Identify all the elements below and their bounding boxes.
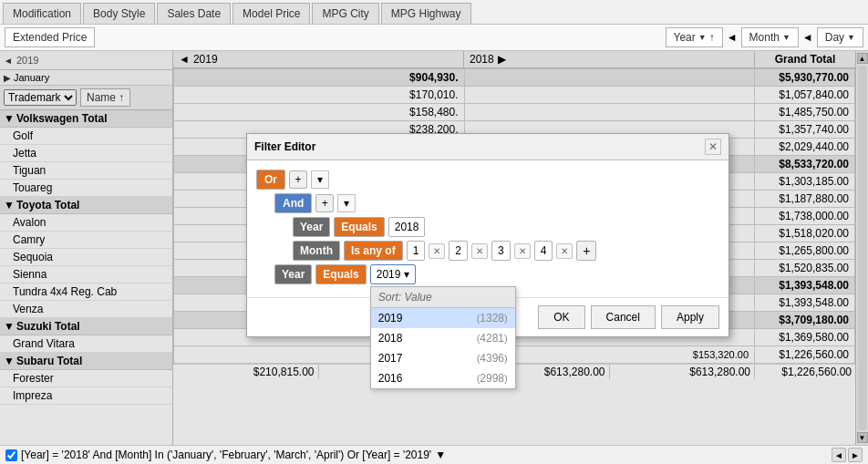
month-val-4: 4 xyxy=(534,241,553,261)
ok-button[interactable]: OK xyxy=(538,305,584,329)
tab-body-style[interactable]: Body Style xyxy=(83,3,155,24)
day-toolbar-btn[interactable]: Day ▼ xyxy=(817,27,863,47)
toolbar-row: Extended Price Year ▼ ↑ ◄ Month ▼ ◄ Day … xyxy=(0,25,868,51)
apply-button[interactable]: Apply xyxy=(661,305,719,329)
or-connector-btn[interactable]: Or xyxy=(256,170,285,190)
month-tag[interactable]: Month xyxy=(293,241,340,261)
year-toolbar-btn[interactable]: Year ▼ ↑ xyxy=(666,27,723,47)
equals-tag-2[interactable]: Equals xyxy=(315,264,366,284)
day-dropdown-arrow: ▼ xyxy=(847,33,855,42)
status-bar: [Year] = '2018' And [Month] In ('January… xyxy=(0,445,868,464)
dropdown-item-2017[interactable]: 2017 (4396) xyxy=(371,348,515,368)
and-group: And + ▾ Year Equals 2018 Month Is any of xyxy=(274,193,719,261)
and-add-btn[interactable]: + xyxy=(315,194,334,212)
and-menu-btn[interactable]: ▾ xyxy=(337,194,356,212)
dropdown-year-2017: 2017 xyxy=(378,352,403,365)
year-value-container: 2019 ▾ Sort: Value 2019 (1328) 2018 xyxy=(370,264,417,284)
content-area: ◄ 2019 ▶ January Trademark Name ↑ xyxy=(0,51,868,445)
dropdown-count-2018: (4281) xyxy=(477,332,508,345)
remove-4-btn[interactable]: ✕ xyxy=(556,243,573,259)
filter-dialog-title: Filter Editor ✕ xyxy=(247,134,728,160)
nav-next-btn[interactable]: ► xyxy=(848,448,863,462)
dropdown-item-2019[interactable]: 2019 (1328) xyxy=(371,308,515,328)
cancel-button[interactable]: Cancel xyxy=(591,305,656,329)
dropdown-year-2019: 2019 xyxy=(378,312,403,325)
dropdown-item-2018[interactable]: 2018 (4281) xyxy=(371,328,515,348)
tab-bar: Modification Body Style Sales Date Model… xyxy=(0,0,868,25)
tab-model-price[interactable]: Model Price xyxy=(232,3,310,24)
year-value-dropdown-btn[interactable]: 2019 ▾ xyxy=(370,264,417,284)
year-label: Year xyxy=(674,31,696,44)
dropdown-chevron: ▾ xyxy=(404,268,409,281)
month-dropdown-arrow: ▼ xyxy=(782,33,790,42)
status-checkbox[interactable] xyxy=(5,449,17,461)
dropdown-year-2018: 2018 xyxy=(378,332,403,345)
tab-mpg-highway[interactable]: MPG Highway xyxy=(381,3,471,24)
remove-2-btn[interactable]: ✕ xyxy=(471,243,488,259)
month-add-value-btn[interactable]: + xyxy=(576,241,596,261)
dropdown-count-2019: (1328) xyxy=(477,312,508,325)
dropdown-sort-header: Sort: Value xyxy=(371,287,515,308)
value-2018: 2018 xyxy=(388,217,426,237)
filter-dialog-close-btn[interactable]: ✕ xyxy=(705,139,721,155)
or-row: Or + ▾ xyxy=(256,170,719,190)
status-left: [Year] = '2018' And [Month] In ('January… xyxy=(5,449,446,461)
or-menu-btn[interactable]: ▾ xyxy=(311,170,329,189)
main-container: Modification Body Style Sales Date Model… xyxy=(0,0,868,464)
tab-mpg-city[interactable]: MPG City xyxy=(312,3,378,24)
tab-sales-date[interactable]: Sales Date xyxy=(157,3,231,24)
dropdown-year-2016: 2016 xyxy=(378,372,403,385)
month-val-2: 2 xyxy=(449,241,468,261)
remove-1-btn[interactable]: ✕ xyxy=(429,243,445,259)
filter-dialog: Filter Editor ✕ Or + ▾ And + ▾ xyxy=(246,133,729,337)
year-equals-2019-row: Year Equals 2019 ▾ Sort: Value 2019 (1 xyxy=(274,264,719,284)
nav-prev-btn[interactable]: ◄ xyxy=(832,448,846,462)
filter-dialog-body: Or + ▾ And + ▾ Year Equals 2018 xyxy=(247,160,728,297)
dropdown-count-2017: (4396) xyxy=(477,352,508,365)
equals-tag-1[interactable]: Equals xyxy=(334,217,384,237)
year-equals-2018-row: Year Equals 2018 xyxy=(293,217,719,237)
remove-3-btn[interactable]: ✕ xyxy=(514,243,531,259)
nav-buttons: ◄ ► xyxy=(832,448,863,462)
year-dropdown-list: Sort: Value 2019 (1328) 2018 (4281) 2017 xyxy=(370,286,516,389)
year-sort-icon: ↑ xyxy=(709,31,715,44)
tab-modification[interactable]: Modification xyxy=(3,3,81,24)
isanyof-tag[interactable]: Is any of xyxy=(344,241,403,261)
day-label: Day xyxy=(825,31,844,44)
status-text: [Year] = '2018' And [Month] In ('January… xyxy=(21,449,431,461)
year-tag-2[interactable]: Year xyxy=(274,264,312,284)
filter-icon: ▼ xyxy=(698,33,707,42)
and-connector-btn[interactable]: And xyxy=(274,193,312,213)
selected-year-text: 2019 xyxy=(377,268,401,281)
status-dropdown-arrow[interactable]: ▼ xyxy=(435,449,446,461)
year-tag-1[interactable]: Year xyxy=(293,217,330,237)
month-val-3: 3 xyxy=(491,241,511,261)
extended-price-button[interactable]: Extended Price xyxy=(5,27,95,47)
dropdown-item-2016[interactable]: 2016 (2998) xyxy=(371,368,515,388)
dropdown-count-2016: (2998) xyxy=(477,372,508,385)
filter-dialog-title-text: Filter Editor xyxy=(254,140,315,153)
month-val-1: 1 xyxy=(407,241,426,261)
month-isanyof-row: Month Is any of 1 ✕ 2 ✕ 3 ✕ 4 ✕ + xyxy=(293,241,719,261)
month-toolbar-btn[interactable]: Month ▼ xyxy=(741,27,799,47)
or-add-btn[interactable]: + xyxy=(289,170,307,189)
month-label: Month xyxy=(749,31,780,44)
and-row: And + ▾ xyxy=(274,193,719,213)
